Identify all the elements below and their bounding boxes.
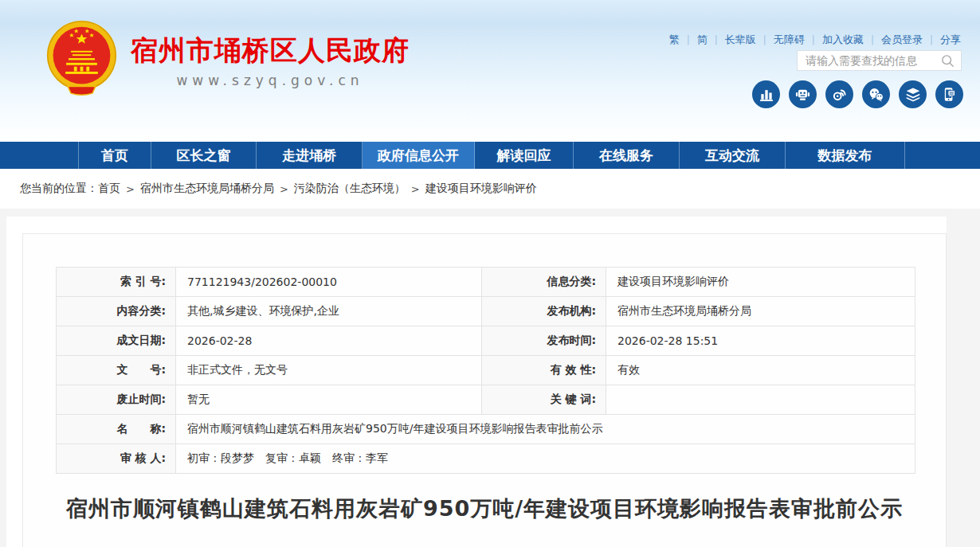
- breadcrumb-prefix: 您当前的位置：: [20, 182, 98, 196]
- breadcrumb-separator: >: [411, 183, 420, 195]
- nav-tab-interpretation-response[interactable]: 解读回应: [475, 142, 574, 169]
- brand-text: 宿州市埇桥区人民政府 www.szyq.gov.cn: [131, 20, 410, 88]
- field-doc-number-label: 文 号:: [57, 356, 176, 385]
- field-repeal-date-value: 暂无: [176, 385, 482, 415]
- table-row: 名 称:宿州市顺河镇鹤山建筑石料用灰岩矿950万吨/年建设项目环境影响报告表审批…: [57, 415, 915, 444]
- breadcrumb: 您当前的位置：首页>宿州市生态环境局埇桥分局>污染防治（生态环境）>建设项目环境…: [0, 169, 980, 209]
- breadcrumb-item-0[interactable]: 首页: [98, 182, 120, 196]
- table-row: 成文日期:2026-02-28发布时间:2026-02-28 15:51: [57, 326, 915, 356]
- main-nav: 首页区长之窗走进埇桥政府信息公开解读回应在线服务互动交流数据发布: [0, 142, 980, 169]
- table-row: 审 核 人:初审：段梦梦 复审：卓颖 终审：李军: [57, 444, 915, 474]
- wechat-icon[interactable]: [862, 80, 890, 108]
- table-row: 文 号:非正式文件，无文号有 效 性:有效: [57, 356, 915, 385]
- field-issue-date-value: 2026-02-28: [176, 326, 482, 356]
- nav-tab-interaction[interactable]: 互动交流: [680, 142, 786, 169]
- stats-icon[interactable]: [752, 80, 780, 108]
- search-icon[interactable]: [939, 53, 955, 68]
- content-wrapper: 索 引 号:771121943/202602-00010信息分类:建设项目环境影…: [6, 217, 947, 547]
- layers-icon[interactable]: [899, 80, 927, 108]
- field-publish-org-value: 宿州市生态环境局埇桥分局: [606, 297, 915, 326]
- field-content-category-label: 内容分类:: [57, 297, 176, 326]
- field-repeal-date-label: 废止时间:: [57, 385, 176, 415]
- utility-separator: |: [930, 34, 933, 45]
- field-name-value: 宿州市顺河镇鹤山建筑石料用灰岩矿950万吨/年建设项目环境影响报告表审批前公示: [176, 415, 915, 444]
- nav-tab-about-yongqiao[interactable]: 走进埇桥: [257, 142, 363, 169]
- field-info-category-value: 建设项目环境影响评价: [606, 268, 915, 297]
- breadcrumb-item-3[interactable]: 建设项目环境影响评价: [425, 182, 537, 196]
- site-header: 宿州市埇桥区人民政府 www.szyq.gov.cn 繁|简|长辈版|无障碍|加…: [0, 0, 980, 142]
- field-validity-label: 有 效 性:: [482, 356, 606, 385]
- utility-link-traditional[interactable]: 繁: [669, 33, 680, 47]
- breadcrumb-item-1[interactable]: 宿州市生态环境局埇桥分局: [140, 182, 274, 196]
- utility-link-accessibility[interactable]: 无障碍: [774, 33, 805, 47]
- field-doc-number-value: 非正式文件，无文号: [176, 356, 482, 385]
- field-reviewers-label: 审 核 人:: [57, 444, 176, 474]
- search-input[interactable]: [806, 54, 939, 67]
- social-icon-bar: [752, 80, 963, 108]
- utility-separator: |: [763, 34, 766, 45]
- utility-separator: |: [812, 34, 815, 45]
- breadcrumb-item-2[interactable]: 污染防治（生态环境）: [294, 182, 406, 196]
- utility-link-add-favorite[interactable]: 加入收藏: [822, 33, 864, 47]
- page: 宿州市埇桥区人民政府 www.szyq.gov.cn 繁|简|长辈版|无障碍|加…: [0, 0, 980, 547]
- utility-link-share[interactable]: 分享: [940, 33, 961, 47]
- site-logo-link[interactable]: 宿州市埇桥区人民政府 www.szyq.gov.cn: [43, 20, 410, 100]
- utility-link-member-login[interactable]: 会员登录: [881, 33, 923, 47]
- field-keywords-label: 关 键 词:: [482, 385, 606, 415]
- utility-separator: |: [687, 34, 690, 45]
- field-keywords-value: [606, 385, 915, 415]
- national-emblem-icon: [43, 20, 120, 100]
- table-row: 废止时间:暂无关 键 词:: [57, 385, 915, 415]
- article-title: 宿州市顺河镇鹤山建筑石料用灰岩矿950万吨/年建设项目环境影响报告表审批前公示: [23, 494, 946, 523]
- field-index-number-value: 771121943/202602-00010: [176, 268, 482, 297]
- site-title: 宿州市埇桥区人民政府: [131, 33, 410, 69]
- nav-tab-mayor-window[interactable]: 区长之窗: [151, 142, 257, 169]
- breadcrumb-separator: >: [280, 183, 288, 195]
- utility-link-elder-version[interactable]: 长辈版: [725, 33, 756, 47]
- utility-links: 繁|简|长辈版|无障碍|加入收藏|会员登录|分享: [669, 33, 961, 47]
- field-publish-org-label: 发布机构:: [482, 297, 606, 326]
- field-issue-date-label: 成文日期:: [57, 326, 176, 356]
- field-info-category-label: 信息分类:: [482, 268, 606, 297]
- breadcrumb-separator: >: [126, 183, 135, 195]
- field-publish-time-label: 发布时间:: [482, 326, 606, 356]
- search-box: [797, 50, 962, 71]
- nav-tab-data-release[interactable]: 数据发布: [786, 142, 905, 169]
- field-publish-time-value: 2026-02-28 15:51: [606, 326, 915, 356]
- article-card: 索 引 号:771121943/202602-00010信息分类:建设项目环境影…: [22, 233, 947, 547]
- site-url: www.szyq.gov.cn: [176, 72, 363, 88]
- mobile-chat-icon[interactable]: [935, 80, 963, 108]
- utility-separator: |: [871, 34, 874, 45]
- nav-tab-online-service[interactable]: 在线服务: [574, 142, 680, 169]
- utility-link-simplified[interactable]: 简: [697, 33, 708, 47]
- table-row: 索 引 号:771121943/202602-00010信息分类:建设项目环境影…: [57, 268, 915, 297]
- table-row: 内容分类:其他,城乡建设、环境保护,企业发布机构:宿州市生态环境局埇桥分局: [57, 297, 915, 326]
- field-index-number-label: 索 引 号:: [57, 268, 176, 297]
- robot-icon[interactable]: [789, 80, 817, 108]
- nav-tab-home[interactable]: 首页: [78, 142, 151, 169]
- utility-separator: |: [715, 34, 718, 45]
- nav-tab-gov-info-disclosure[interactable]: 政府信息公开: [363, 142, 475, 169]
- field-reviewers-value: 初审：段梦梦 复审：卓颖 终审：李军: [176, 444, 915, 474]
- field-content-category-value: 其他,城乡建设、环境保护,企业: [176, 297, 482, 326]
- weibo-icon[interactable]: [825, 80, 853, 108]
- document-meta-table: 索 引 号:771121943/202602-00010信息分类:建设项目环境影…: [56, 267, 915, 474]
- field-name-label: 名 称:: [57, 415, 176, 444]
- field-validity-value: 有效: [606, 356, 915, 385]
